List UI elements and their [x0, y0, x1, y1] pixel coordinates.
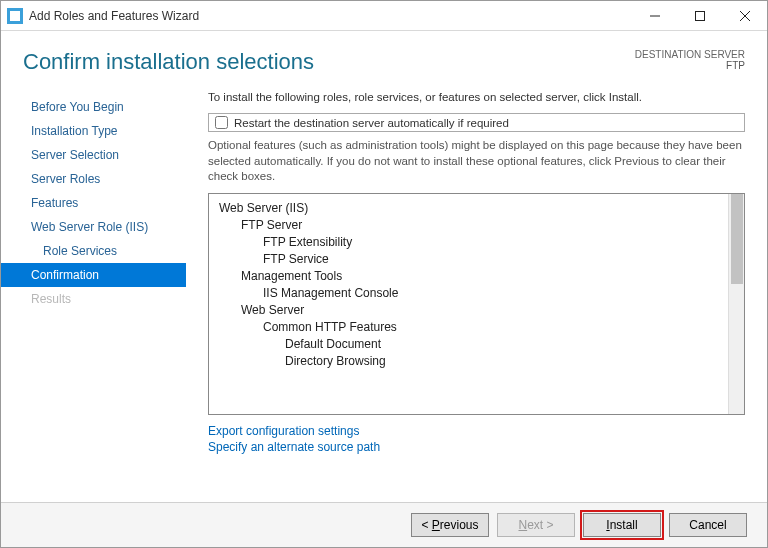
- tree-node: Common HTTP Features: [219, 319, 722, 336]
- wizard-nav: Before You BeginInstallation TypeServer …: [1, 85, 186, 502]
- wizard-footer: < Previous Next > Install Cancel: [1, 502, 767, 547]
- wizard-header: Confirm installation selections DESTINAT…: [1, 31, 767, 85]
- tree-node: Management Tools: [219, 268, 722, 285]
- restart-checkbox-row[interactable]: Restart the destination server automatic…: [208, 113, 745, 132]
- window-title: Add Roles and Features Wizard: [29, 9, 632, 23]
- install-button[interactable]: Install: [583, 513, 661, 537]
- tree-node: FTP Server: [219, 217, 722, 234]
- restart-label: Restart the destination server automatic…: [234, 117, 509, 129]
- cancel-button[interactable]: Cancel: [669, 513, 747, 537]
- nav-item-role-services[interactable]: Role Services: [1, 239, 186, 263]
- previous-button[interactable]: < Previous: [411, 513, 489, 537]
- destination-label: DESTINATION SERVER: [635, 49, 745, 60]
- maximize-button[interactable]: [677, 1, 722, 30]
- nav-item-before-you-begin[interactable]: Before You Begin: [1, 95, 186, 119]
- tree-node: Web Server: [219, 302, 722, 319]
- tree-node: Directory Browsing: [219, 353, 722, 370]
- selections-tree: Web Server (IIS)FTP ServerFTP Extensibil…: [209, 194, 728, 414]
- scrollbar-thumb[interactable]: [731, 194, 743, 284]
- destination-server: DESTINATION SERVER FTP: [635, 49, 745, 71]
- selections-box: Web Server (IIS)FTP ServerFTP Extensibil…: [208, 193, 745, 415]
- tree-node: Default Document: [219, 336, 722, 353]
- nav-item-server-roles[interactable]: Server Roles: [1, 167, 186, 191]
- content-pane: To install the following roles, role ser…: [186, 85, 767, 502]
- nav-item-results: Results: [1, 287, 186, 311]
- config-links: Export configuration settings Specify an…: [208, 423, 745, 455]
- nav-item-web-server-role-iis-[interactable]: Web Server Role (IIS): [1, 215, 186, 239]
- close-button[interactable]: [722, 1, 767, 30]
- tree-node: Web Server (IIS): [219, 200, 722, 217]
- scrollbar[interactable]: [728, 194, 744, 414]
- svg-rect-1: [695, 11, 704, 20]
- nav-item-features[interactable]: Features: [1, 191, 186, 215]
- tree-node: IIS Management Console: [219, 285, 722, 302]
- nav-item-server-selection[interactable]: Server Selection: [1, 143, 186, 167]
- export-config-link[interactable]: Export configuration settings: [208, 423, 745, 439]
- restart-checkbox[interactable]: [215, 116, 228, 129]
- instruction-text: To install the following roles, role ser…: [208, 91, 745, 103]
- minimize-button[interactable]: [632, 1, 677, 30]
- app-icon: [7, 8, 23, 24]
- next-button: Next >: [497, 513, 575, 537]
- alternate-source-link[interactable]: Specify an alternate source path: [208, 439, 745, 455]
- nav-item-confirmation[interactable]: Confirmation: [1, 263, 186, 287]
- page-title: Confirm installation selections: [23, 49, 314, 75]
- titlebar: Add Roles and Features Wizard: [1, 1, 767, 31]
- optional-features-note: Optional features (such as administratio…: [208, 138, 745, 185]
- destination-value: FTP: [635, 60, 745, 71]
- tree-node: FTP Service: [219, 251, 722, 268]
- tree-node: FTP Extensibility: [219, 234, 722, 251]
- nav-item-installation-type[interactable]: Installation Type: [1, 119, 186, 143]
